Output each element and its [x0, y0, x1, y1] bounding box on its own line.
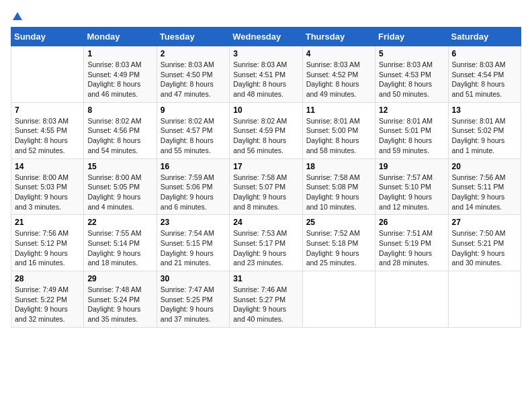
calendar-cell: [302, 271, 375, 328]
day-number: 1: [87, 49, 152, 58]
calendar-week-row: 7Sunrise: 8:03 AM Sunset: 4:55 PM Daylig…: [11, 102, 521, 158]
day-number: 23: [161, 218, 226, 227]
calendar-cell: 15Sunrise: 8:00 AM Sunset: 5:05 PM Dayli…: [84, 158, 157, 215]
calendar-cell: 4Sunrise: 8:03 AM Sunset: 4:52 PM Daylig…: [302, 46, 375, 103]
day-info: Sunrise: 8:00 AM Sunset: 5:05 PM Dayligh…: [87, 173, 152, 212]
day-number: 3: [233, 49, 298, 58]
day-info: Sunrise: 8:01 AM Sunset: 5:02 PM Dayligh…: [452, 116, 517, 156]
day-number: 20: [452, 162, 517, 171]
calendar-table: SundayMondayTuesdayWednesdayThursdayFrid…: [11, 27, 521, 328]
weekday-header-friday: Friday: [375, 28, 448, 46]
calendar-cell: 11Sunrise: 8:01 AM Sunset: 5:00 PM Dayli…: [302, 102, 375, 158]
day-info: Sunrise: 7:51 AM Sunset: 5:19 PM Dayligh…: [379, 228, 444, 268]
calendar-cell: 26Sunrise: 7:51 AM Sunset: 5:19 PM Dayli…: [375, 215, 448, 271]
calendar-cell: 16Sunrise: 7:59 AM Sunset: 5:06 PM Dayli…: [157, 158, 229, 215]
day-info: Sunrise: 7:56 AM Sunset: 5:11 PM Dayligh…: [452, 173, 517, 212]
day-info: Sunrise: 7:59 AM Sunset: 5:06 PM Dayligh…: [161, 173, 226, 212]
day-info: Sunrise: 8:03 AM Sunset: 4:55 PM Dayligh…: [15, 116, 80, 156]
day-number: 26: [379, 218, 444, 227]
day-info: Sunrise: 8:01 AM Sunset: 5:01 PM Dayligh…: [379, 116, 444, 156]
day-info: Sunrise: 8:03 AM Sunset: 4:54 PM Dayligh…: [452, 60, 517, 99]
day-info: Sunrise: 7:50 AM Sunset: 5:21 PM Dayligh…: [452, 228, 517, 268]
day-number: 6: [452, 49, 517, 58]
weekday-header-saturday: Saturday: [448, 28, 521, 46]
day-number: 12: [379, 105, 444, 115]
day-number: 4: [306, 49, 371, 58]
day-number: 30: [161, 274, 226, 283]
calendar-cell: 14Sunrise: 8:00 AM Sunset: 5:03 PM Dayli…: [11, 158, 84, 215]
calendar-cell: 24Sunrise: 7:53 AM Sunset: 5:17 PM Dayli…: [230, 215, 302, 271]
calendar-cell: [11, 46, 84, 103]
day-number: 25: [306, 218, 371, 227]
day-number: 27: [452, 218, 517, 227]
day-info: Sunrise: 7:54 AM Sunset: 5:15 PM Dayligh…: [161, 228, 226, 268]
calendar-cell: 7Sunrise: 8:03 AM Sunset: 4:55 PM Daylig…: [11, 102, 84, 158]
day-number: 11: [306, 105, 371, 115]
calendar-cell: 18Sunrise: 7:58 AM Sunset: 5:08 PM Dayli…: [302, 158, 375, 215]
day-info: Sunrise: 7:58 AM Sunset: 5:08 PM Dayligh…: [306, 173, 371, 212]
day-number: 8: [87, 105, 152, 115]
day-number: 10: [233, 105, 298, 115]
day-info: Sunrise: 7:53 AM Sunset: 5:17 PM Dayligh…: [233, 228, 298, 268]
calendar-cell: 3Sunrise: 8:03 AM Sunset: 4:51 PM Daylig…: [230, 46, 302, 103]
day-number: 13: [452, 105, 517, 115]
day-number: 2: [161, 49, 226, 58]
day-number: 14: [15, 162, 80, 171]
day-number: 24: [233, 218, 298, 227]
day-info: Sunrise: 8:01 AM Sunset: 5:00 PM Dayligh…: [306, 116, 371, 156]
day-number: 19: [379, 162, 444, 171]
weekday-header-row: SundayMondayTuesdayWednesdayThursdayFrid…: [11, 28, 521, 46]
calendar-cell: 20Sunrise: 7:56 AM Sunset: 5:11 PM Dayli…: [448, 158, 521, 215]
weekday-header-monday: Monday: [84, 28, 157, 46]
calendar-cell: 1Sunrise: 8:03 AM Sunset: 4:49 PM Daylig…: [84, 46, 157, 103]
calendar-cell: 19Sunrise: 7:57 AM Sunset: 5:10 PM Dayli…: [375, 158, 448, 215]
calendar-cell: 31Sunrise: 7:46 AM Sunset: 5:27 PM Dayli…: [230, 271, 302, 328]
day-info: Sunrise: 8:00 AM Sunset: 5:03 PM Dayligh…: [15, 173, 80, 212]
calendar-cell: 17Sunrise: 7:58 AM Sunset: 5:07 PM Dayli…: [230, 158, 302, 215]
calendar-cell: 21Sunrise: 7:56 AM Sunset: 5:12 PM Dayli…: [11, 215, 84, 271]
day-info: Sunrise: 8:03 AM Sunset: 4:53 PM Dayligh…: [379, 60, 444, 99]
day-info: Sunrise: 7:49 AM Sunset: 5:22 PM Dayligh…: [15, 285, 80, 324]
calendar-cell: 2Sunrise: 8:03 AM Sunset: 4:50 PM Daylig…: [157, 46, 229, 103]
calendar-cell: 8Sunrise: 8:02 AM Sunset: 4:56 PM Daylig…: [84, 102, 157, 158]
calendar-cell: 29Sunrise: 7:48 AM Sunset: 5:24 PM Dayli…: [84, 271, 157, 328]
day-info: Sunrise: 7:57 AM Sunset: 5:10 PM Dayligh…: [379, 173, 444, 212]
day-info: Sunrise: 7:55 AM Sunset: 5:14 PM Dayligh…: [87, 228, 152, 268]
calendar-cell: 6Sunrise: 8:03 AM Sunset: 4:54 PM Daylig…: [448, 46, 521, 103]
day-number: 31: [233, 274, 298, 283]
day-number: 21: [15, 218, 80, 227]
day-info: Sunrise: 8:02 AM Sunset: 4:59 PM Dayligh…: [233, 116, 298, 156]
day-info: Sunrise: 8:03 AM Sunset: 4:49 PM Dayligh…: [87, 60, 152, 99]
calendar-cell: 28Sunrise: 7:49 AM Sunset: 5:22 PM Dayli…: [11, 271, 84, 328]
day-number: 15: [87, 162, 152, 171]
day-info: Sunrise: 7:46 AM Sunset: 5:27 PM Dayligh…: [233, 285, 298, 324]
calendar-week-row: 14Sunrise: 8:00 AM Sunset: 5:03 PM Dayli…: [11, 158, 521, 215]
day-info: Sunrise: 8:02 AM Sunset: 4:56 PM Dayligh…: [87, 116, 152, 156]
calendar-cell: 27Sunrise: 7:50 AM Sunset: 5:21 PM Dayli…: [448, 215, 521, 271]
day-info: Sunrise: 8:02 AM Sunset: 4:57 PM Dayligh…: [161, 116, 226, 156]
day-info: Sunrise: 7:48 AM Sunset: 5:24 PM Dayligh…: [87, 285, 152, 324]
day-number: 29: [87, 274, 152, 283]
day-info: Sunrise: 7:52 AM Sunset: 5:18 PM Dayligh…: [306, 228, 371, 268]
calendar-cell: 25Sunrise: 7:52 AM Sunset: 5:18 PM Dayli…: [302, 215, 375, 271]
day-number: 7: [15, 105, 80, 115]
weekday-header-thursday: Thursday: [302, 28, 375, 46]
calendar-week-row: 21Sunrise: 7:56 AM Sunset: 5:12 PM Dayli…: [11, 215, 521, 271]
day-info: Sunrise: 7:58 AM Sunset: 5:07 PM Dayligh…: [233, 173, 298, 212]
logo: [11, 11, 24, 20]
calendar-cell: 30Sunrise: 7:47 AM Sunset: 5:25 PM Dayli…: [157, 271, 229, 328]
weekday-header-wednesday: Wednesday: [230, 28, 302, 46]
day-number: 17: [233, 162, 298, 171]
day-info: Sunrise: 8:03 AM Sunset: 4:51 PM Dayligh…: [233, 60, 298, 99]
logo-icon: [11, 11, 24, 23]
day-number: 9: [161, 105, 226, 115]
calendar-cell: 9Sunrise: 8:02 AM Sunset: 4:57 PM Daylig…: [157, 102, 229, 158]
calendar-cell: 22Sunrise: 7:55 AM Sunset: 5:14 PM Dayli…: [84, 215, 157, 271]
calendar-cell: 5Sunrise: 8:03 AM Sunset: 4:53 PM Daylig…: [375, 46, 448, 103]
day-number: 16: [161, 162, 226, 171]
day-info: Sunrise: 8:03 AM Sunset: 4:52 PM Dayligh…: [306, 60, 371, 99]
day-number: 18: [306, 162, 371, 171]
svg-marker-0: [13, 12, 22, 20]
day-number: 22: [87, 218, 152, 227]
day-number: 28: [15, 274, 80, 283]
